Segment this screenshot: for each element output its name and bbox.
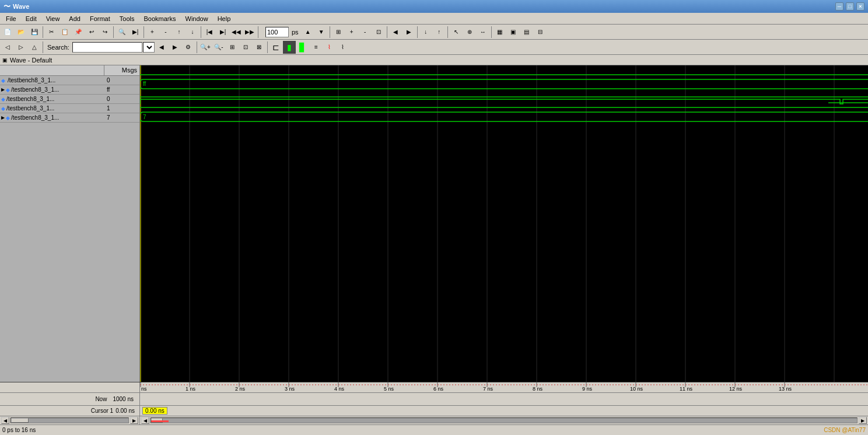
fit-button[interactable]: ⊡ — [372, 26, 385, 39]
tb2-btn1[interactable]: ◁ — [1, 41, 14, 54]
prev-edge-button[interactable]: |◀ — [203, 26, 216, 39]
signal-row-4[interactable]: ▶ ◆ /testbench8_3_1... 7 — [0, 113, 139, 123]
hscroll-left-btn[interactable]: ◀ — [141, 417, 149, 424]
search-opt-button[interactable]: ⚙ — [182, 41, 195, 54]
measure-button[interactable]: ↔ — [477, 26, 489, 39]
hscroll-track[interactable] — [150, 417, 858, 423]
now-label: Now — [2, 396, 109, 402]
zoom-step-up[interactable]: ▲ — [302, 26, 314, 39]
open-button[interactable]: 📂 — [15, 26, 27, 39]
wave-btn2[interactable]: ▣ — [507, 26, 520, 39]
search-input[interactable] — [72, 42, 142, 53]
signal-down-button[interactable]: ↓ — [186, 26, 199, 39]
undo-button[interactable]: ↩ — [85, 26, 98, 39]
menu-help[interactable]: Help — [213, 14, 236, 23]
copy-button[interactable]: 📋 — [58, 26, 71, 39]
signal-add-button[interactable]: + — [146, 26, 159, 39]
signal-name-1: ▶ ◆ /testbench8_3_1... — [0, 86, 104, 93]
sep5 — [258, 26, 258, 38]
signal-del-button[interactable]: - — [159, 26, 172, 39]
zoom-full-tb2[interactable]: ⊞ — [226, 41, 239, 54]
menu-window[interactable]: Window — [181, 14, 213, 23]
horizontal-scrollbar[interactable]: ◀ ▶ ◀ ▶ — [0, 416, 868, 424]
waveform-area[interactable]: ff — [140, 65, 868, 382]
expand-icon-1[interactable]: ▶ — [1, 87, 5, 92]
snap-btn2[interactable]: ⊠ — [253, 41, 265, 54]
cursor-prev-button[interactable]: ◀ — [389, 26, 402, 39]
vscroll-thumb[interactable] — [11, 418, 29, 423]
zoom-out-tb2[interactable]: 🔍- — [212, 41, 225, 54]
menu-edit[interactable]: Edit — [21, 14, 41, 23]
tb2-btn2[interactable]: ▷ — [15, 41, 27, 54]
scroll-right-btn[interactable]: ▶ — [130, 417, 138, 424]
wave-type-5[interactable]: ⌇ — [323, 41, 336, 54]
tb2-btn3[interactable]: △ — [28, 41, 41, 54]
wave-type-1[interactable]: ⊏ — [270, 41, 282, 54]
wave-type-2[interactable]: ▮ — [283, 41, 296, 54]
vscroll-track[interactable] — [10, 417, 129, 423]
menu-add[interactable]: Add — [64, 14, 85, 23]
hscroll-area[interactable]: ◀ ▶ — [140, 416, 868, 424]
next-event-button[interactable]: ▶▶ — [243, 26, 256, 39]
zoom-in-tb2[interactable]: 🔍+ — [199, 41, 212, 54]
search-type-select[interactable] — [143, 42, 155, 53]
search-next-button[interactable]: ▶ — [169, 41, 181, 54]
menu-view[interactable]: View — [41, 14, 65, 23]
add-cursor-button[interactable]: ↓ — [419, 26, 432, 39]
select-button[interactable]: ↖ — [450, 26, 463, 39]
toolbar-row-2: ◁ ▷ △ Search: ◀ ▶ ⚙ 🔍+ 🔍- ⊞ ⊡ ⊠ ⊏ ▮ ▊ ≡ … — [0, 40, 868, 55]
wave-type-3[interactable]: ▊ — [296, 41, 309, 54]
paste-button[interactable]: 📌 — [72, 26, 85, 39]
snap-btn1[interactable]: ⊡ — [239, 41, 252, 54]
sep4 — [201, 26, 201, 38]
rem-cursor-button[interactable]: ↑ — [433, 26, 446, 39]
goto-button[interactable]: ▶| — [129, 26, 142, 39]
vscroll-area[interactable]: ◀ ▶ — [0, 416, 140, 424]
zoom-full-button[interactable]: ⊞ — [332, 26, 345, 39]
new-button[interactable]: 📄 — [1, 26, 14, 39]
signal-wave-1-label: ff — [143, 81, 146, 87]
close-button[interactable]: × — [856, 2, 864, 11]
menu-bookmarks[interactable]: Bookmarks — [139, 14, 180, 23]
signal-val-3: 1 — [104, 105, 139, 112]
prev-event-button[interactable]: ◀◀ — [230, 26, 243, 39]
search-prev-button[interactable]: ◀ — [155, 41, 168, 54]
cursor-next-button[interactable]: ▶ — [402, 26, 415, 39]
menu-bar: File Edit View Add Format Tools Bookmark… — [0, 13, 868, 25]
wave-btn4[interactable]: ⊟ — [534, 26, 547, 39]
menu-tools[interactable]: Tools — [115, 14, 139, 23]
expand-icon-4[interactable]: ▶ — [1, 115, 5, 120]
app-icon: 〜 — [4, 2, 10, 12]
minimize-button[interactable]: ─ — [835, 2, 844, 11]
cut-button[interactable]: ✂ — [45, 26, 58, 39]
signal-arrow-icon-3: ◆ — [1, 106, 5, 112]
sep-tb2-1 — [43, 41, 43, 53]
signal-arrow-icon-1: ◆ — [6, 87, 10, 93]
menu-format[interactable]: Format — [85, 14, 115, 23]
signal-row-0[interactable]: ◆ /testbench8_3_1... 0 — [0, 76, 139, 85]
zoom-out-button[interactable]: - — [359, 26, 372, 39]
zoom-sel-button[interactable]: ⊕ — [463, 26, 476, 39]
wave-type-6[interactable]: ⌇ — [337, 41, 349, 54]
maximize-button[interactable]: □ — [846, 2, 854, 11]
signal-row-1[interactable]: ▶ ◆ /testbench8_3_1... ff — [0, 85, 139, 95]
signal-row-2[interactable]: ◆ /testbench8_3_1... 0 — [0, 95, 139, 104]
zoom-in-button[interactable]: + — [345, 26, 358, 39]
wave-type-4[interactable]: ≡ — [310, 41, 323, 54]
wave-btn1[interactable]: ▦ — [494, 26, 506, 39]
find-button[interactable]: 🔍 — [116, 26, 128, 39]
signal-up-button[interactable]: ↑ — [173, 26, 186, 39]
scroll-left-btn[interactable]: ◀ — [1, 417, 9, 424]
menu-file[interactable]: File — [1, 14, 21, 23]
cursor-scroll-marker — [151, 420, 169, 422]
redo-button[interactable]: ↪ — [99, 26, 111, 39]
hscroll-right-btn[interactable]: ▶ — [859, 417, 867, 424]
save-button[interactable]: 💾 — [28, 26, 41, 39]
zoom-value-input[interactable] — [265, 27, 289, 37]
next-edge-button[interactable]: ▶| — [216, 26, 229, 39]
status-now-area: Now 1000 ns — [0, 393, 140, 405]
wave-btn3[interactable]: ▤ — [520, 26, 533, 39]
signal-row-3[interactable]: ◆ /testbench8_3_1... 1 — [0, 104, 139, 113]
signal-label-1: /testbench8_3_1... — [11, 86, 59, 93]
zoom-step-down[interactable]: ▼ — [315, 26, 328, 39]
